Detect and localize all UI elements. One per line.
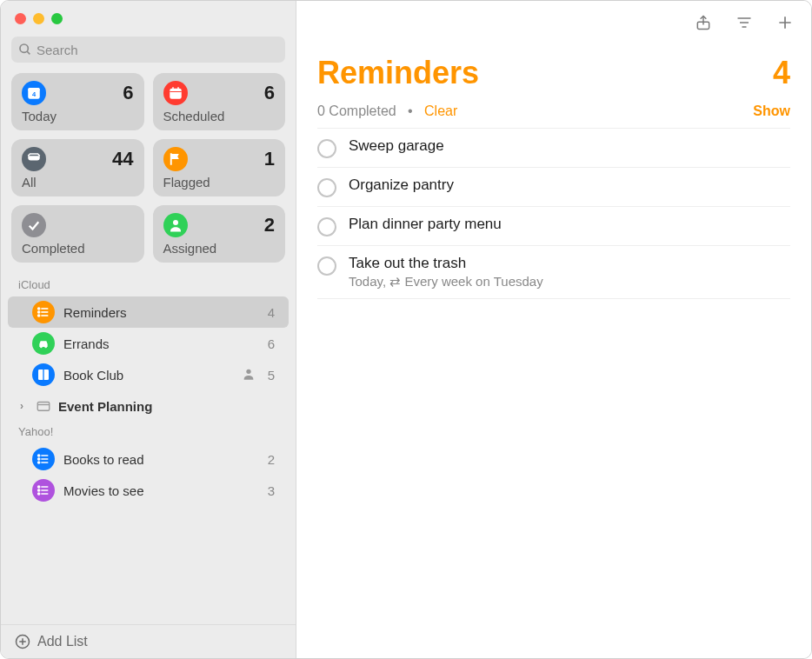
list-count: 3 bbox=[268, 483, 275, 498]
smart-list-assigned[interactable]: 2Assigned bbox=[153, 205, 286, 263]
svg-point-26 bbox=[38, 462, 40, 463]
main-content: Reminders 4 0 Completed • Clear Show Swe… bbox=[296, 1, 811, 658]
clear-completed-button[interactable]: Clear bbox=[424, 103, 457, 118]
svg-point-31 bbox=[38, 489, 40, 491]
separator-dot: • bbox=[408, 103, 413, 118]
reminder-title: Sweep garage bbox=[349, 137, 790, 155]
view-options-button[interactable] bbox=[735, 14, 754, 31]
svg-line-1 bbox=[27, 51, 30, 54]
plus-icon bbox=[776, 14, 794, 31]
sidebar-list-item[interactable]: Books to read2 bbox=[8, 443, 289, 475]
search-input[interactable] bbox=[37, 43, 278, 57]
list-title: Reminders bbox=[317, 55, 479, 91]
complete-checkbox[interactable] bbox=[317, 178, 336, 197]
svg-point-9 bbox=[173, 220, 178, 225]
smart-count: 44 bbox=[112, 148, 133, 170]
list-count: 6 bbox=[268, 336, 275, 351]
plus-circle-icon bbox=[15, 634, 30, 649]
smart-label: All bbox=[22, 175, 134, 190]
smart-label: Today bbox=[22, 109, 134, 123]
share-icon bbox=[695, 13, 712, 32]
folder-name: Event Planning bbox=[58, 399, 152, 414]
list-color-icon bbox=[32, 448, 55, 470]
complete-checkbox[interactable] bbox=[317, 139, 336, 158]
list-name: Errands bbox=[63, 336, 259, 351]
new-reminder-button[interactable] bbox=[776, 14, 794, 31]
today-icon: 4 bbox=[22, 81, 46, 105]
list-count: 4 bbox=[268, 305, 275, 320]
sidebar-list-item[interactable]: Movies to see3 bbox=[8, 475, 289, 506]
smart-list-flagged[interactable]: 1Flagged bbox=[153, 139, 286, 196]
smart-label: Scheduled bbox=[163, 109, 276, 123]
show-completed-button[interactable]: Show bbox=[753, 103, 790, 119]
assigned-icon bbox=[163, 213, 188, 237]
list-count: 2 bbox=[268, 452, 275, 467]
smart-list-scheduled[interactable]: 6Scheduled bbox=[153, 73, 286, 130]
completed-icon bbox=[22, 213, 46, 237]
reminder-item[interactable]: Plan dinner party menu bbox=[317, 207, 790, 246]
svg-point-24 bbox=[38, 455, 40, 456]
list-color-icon bbox=[32, 479, 55, 502]
smart-count: 6 bbox=[264, 82, 275, 104]
completed-count-label: 0 Completed bbox=[317, 103, 396, 118]
share-button[interactable] bbox=[695, 13, 712, 32]
reminder-item[interactable]: Sweep garage bbox=[317, 128, 790, 168]
sidebar-list-item[interactable]: Errands6 bbox=[8, 328, 289, 359]
svg-rect-19 bbox=[37, 403, 50, 411]
list-color-icon bbox=[32, 332, 55, 355]
svg-point-0 bbox=[20, 44, 28, 52]
smart-count: 2 bbox=[264, 214, 275, 236]
smart-list-all[interactable]: 44All bbox=[11, 139, 144, 196]
reminder-title: Plan dinner party menu bbox=[349, 216, 790, 233]
sidebar-folder[interactable]: ›Event Planning bbox=[8, 390, 289, 422]
search-field[interactable] bbox=[11, 37, 285, 63]
shared-icon bbox=[242, 367, 256, 383]
svg-rect-5 bbox=[170, 89, 182, 99]
list-name: Movies to see bbox=[63, 483, 259, 498]
smart-list-completed[interactable]: Completed bbox=[11, 205, 144, 263]
all-icon bbox=[22, 147, 46, 171]
reminder-item[interactable]: Take out the trashToday, ⇄ Every week on… bbox=[317, 246, 790, 299]
list-name: Book Club bbox=[63, 368, 233, 383]
add-list-label: Add List bbox=[37, 634, 88, 649]
svg-point-14 bbox=[38, 311, 40, 313]
account-header: Yahoo! bbox=[1, 422, 296, 443]
svg-point-17 bbox=[44, 346, 47, 349]
complete-checkbox[interactable] bbox=[317, 217, 336, 236]
svg-point-13 bbox=[38, 308, 40, 310]
svg-point-32 bbox=[38, 493, 40, 495]
list-count: 4 bbox=[773, 55, 790, 91]
fullscreen-window-button[interactable] bbox=[51, 13, 63, 24]
svg-point-25 bbox=[38, 458, 40, 460]
list-color-icon bbox=[32, 363, 55, 386]
svg-point-18 bbox=[246, 369, 250, 373]
smart-label: Assigned bbox=[163, 241, 276, 256]
svg-point-16 bbox=[40, 346, 43, 349]
scheduled-icon bbox=[163, 81, 188, 105]
list-name: Books to read bbox=[63, 452, 259, 467]
close-window-button[interactable] bbox=[15, 13, 26, 24]
reminder-title: Take out the trash bbox=[349, 255, 790, 272]
folder-icon bbox=[34, 398, 53, 414]
sidebar-list-item[interactable]: Reminders4 bbox=[8, 296, 289, 328]
account-header: iCloud bbox=[1, 275, 296, 296]
reminder-subtitle: Today, ⇄ Every week on Tuesday bbox=[349, 274, 790, 290]
flagged-icon bbox=[163, 147, 188, 171]
smart-label: Flagged bbox=[163, 175, 276, 190]
complete-checkbox[interactable] bbox=[317, 256, 336, 276]
reminder-item[interactable]: Organize pantry bbox=[317, 168, 790, 207]
list-filter-icon bbox=[735, 14, 754, 31]
list-count: 5 bbox=[268, 368, 275, 383]
search-icon bbox=[18, 43, 32, 57]
window-controls bbox=[1, 1, 296, 33]
svg-point-30 bbox=[38, 486, 40, 488]
smart-count: 1 bbox=[264, 148, 275, 170]
sidebar-list-item[interactable]: Book Club5 bbox=[8, 359, 289, 390]
minimize-window-button[interactable] bbox=[33, 13, 44, 24]
sidebar: 46Today6Scheduled44All1FlaggedCompleted2… bbox=[1, 1, 296, 658]
smart-list-today[interactable]: 46Today bbox=[11, 73, 144, 130]
reminder-title: Organize pantry bbox=[349, 176, 790, 194]
list-name: Reminders bbox=[63, 305, 259, 320]
list-color-icon bbox=[32, 301, 55, 323]
add-list-button[interactable]: Add List bbox=[1, 624, 296, 658]
